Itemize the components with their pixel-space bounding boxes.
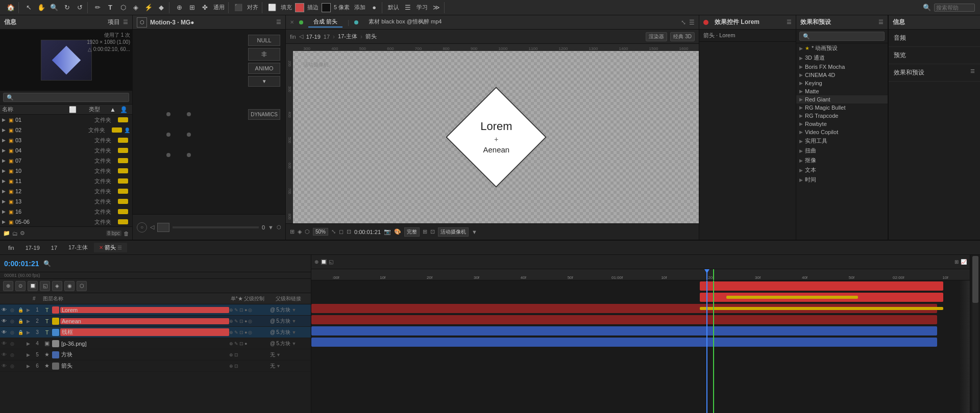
ctrl-icon[interactable]: ⊡ <box>239 330 243 335</box>
track-bar-3b[interactable] <box>700 307 943 310</box>
effects-search-input[interactable] <box>799 32 885 41</box>
list-item[interactable]: ▶ ▣ 05-06 文件夹 <box>0 217 132 226</box>
camera-select[interactable]: 活动摄像机 <box>438 227 469 237</box>
renderer-btn[interactable]: 渲染器 <box>646 32 667 41</box>
lc-switch5[interactable]: ◈ <box>52 281 62 291</box>
settings-icon[interactable]: ⚙ <box>20 230 25 237</box>
table-row[interactable]: 👁 ◎ 🔒 ▶ 2 T Aenean ⊕ ✎ ⊡ ● ◎ <box>0 316 311 327</box>
info-section-audio[interactable]: 音频 <box>889 30 980 47</box>
list-item[interactable]: ▶ ▣ 13 文件夹 <box>0 196 132 206</box>
nav-fin-label[interactable]: fin <box>290 34 296 40</box>
solo-icon[interactable]: ◎ <box>8 307 16 313</box>
home-btn[interactable]: 🏠 <box>5 2 16 13</box>
eye-icon[interactable]: 👁 <box>0 341 8 346</box>
effect-group-animation[interactable]: ▶ ★ * 动画预设 <box>796 43 888 53</box>
ctrl-icon[interactable]: ⊕ <box>229 330 233 335</box>
roto-btn[interactable]: ⚡ <box>143 2 154 13</box>
hand-btn[interactable]: ✋ <box>36 2 47 13</box>
quality-icon[interactable]: ⊞ <box>423 228 427 235</box>
col-extra-icon[interactable]: 👤 <box>120 106 130 113</box>
lock-icon[interactable]: 🔒 <box>16 307 24 313</box>
tab-close-icon[interactable]: ✕ <box>99 245 103 250</box>
ctrl-icon[interactable]: ⊡ <box>239 307 243 313</box>
rotate2-btn[interactable]: ↺ <box>74 2 85 13</box>
list-item[interactable]: ▶ ▣ 02 文件夹 👤 <box>0 125 132 135</box>
ctrl-icon[interactable]: ⊕ <box>229 307 233 313</box>
quality-select[interactable]: 完整 <box>404 227 420 237</box>
ctrl-icon[interactable]: ✎ <box>234 307 238 313</box>
angle-nav[interactable]: ◁ <box>150 224 154 230</box>
table-row[interactable]: 👁 ◎ 🔒 ▶ 3 T 线框 ⊕ ✎ ⊡ ● ◎ <box>0 327 311 338</box>
effect-group-matte[interactable]: ▶ Matte <box>796 87 888 95</box>
ctrl-icon[interactable]: ◎ <box>248 307 252 313</box>
graph-icon[interactable]: 📈 <box>961 259 967 265</box>
slider-thumb[interactable] <box>157 223 169 232</box>
nav-17-19[interactable]: 17-19 <box>306 34 321 40</box>
lc-switch2[interactable]: ⊙ <box>15 281 26 291</box>
ctrl-icon[interactable]: ⊡ <box>234 352 238 357</box>
new-folder-icon[interactable]: 🗂 <box>12 230 18 237</box>
menu-icon[interactable]: ☰ <box>689 19 695 26</box>
expand-arrow-icon[interactable]: ▶ <box>24 364 32 369</box>
timeline-ctrl2[interactable]: 🔲 <box>321 259 327 265</box>
list-item[interactable]: ▶ ▣ 04 文件夹 <box>0 145 132 156</box>
down-arrow-icon[interactable]: ▼ <box>268 224 274 230</box>
nav-arrow-left[interactable]: ◁ <box>299 33 303 40</box>
effect-group-keying[interactable]: ▶ Keying <box>796 79 888 87</box>
add-dot-btn[interactable]: ● <box>369 2 380 13</box>
effects-presets-menu-icon[interactable]: ☰ <box>878 19 884 25</box>
track-bar-1[interactable] <box>700 281 943 291</box>
table-row[interactable]: 👁 ◎ 🔒 ▶ 1 T Lorem ⊕ ✎ ⊡ ● ◎ <box>0 304 311 316</box>
select-btn[interactable]: ↖ <box>23 2 34 13</box>
vertical-scrollbar[interactable] <box>972 256 978 412</box>
cam-select-icon[interactable]: 📷 <box>384 228 391 235</box>
eye-icon[interactable]: 👁 <box>0 318 8 324</box>
cam3-btn[interactable]: ✤ <box>199 2 210 13</box>
effect-group-cinema4d[interactable]: ▶ CINEMA 4D <box>796 71 888 79</box>
tab-menu-icon[interactable]: ☰ <box>117 245 122 250</box>
ctrl-icon[interactable]: ✎ <box>234 330 238 335</box>
nav-17[interactable]: 17 <box>324 34 330 40</box>
ctrl-icon[interactable]: ⊕ <box>229 319 233 324</box>
solo-icon[interactable]: ◎ <box>8 319 16 324</box>
ctrl-icon[interactable]: ⊕ <box>229 364 233 369</box>
color-icon[interactable]: 🎨 <box>394 228 401 235</box>
trash-icon[interactable]: 🗑 <box>124 230 129 237</box>
track-bar-6[interactable] <box>311 338 937 347</box>
snap-icon[interactable]: ⬡ <box>277 224 281 230</box>
close-icon[interactable]: ✕ <box>290 19 294 25</box>
lock-icon[interactable]: 🔒 <box>16 330 24 335</box>
eye-icon[interactable]: 👁 <box>0 363 8 369</box>
expand-arrow-icon[interactable]: ▶ <box>24 319 32 324</box>
solo-icon[interactable]: ◎ <box>8 341 16 346</box>
effect-group-utility[interactable]: ▶ 实用工具 <box>796 136 888 146</box>
snap2-icon[interactable]: ⊡ <box>347 228 351 235</box>
puppet-btn[interactable]: ◆ <box>156 2 167 13</box>
comp-menu-icon[interactable]: ☰ <box>276 19 281 25</box>
align-btn[interactable]: ⬛ <box>233 2 244 13</box>
layer-name[interactable]: 方块 <box>60 351 229 358</box>
lc-switch1[interactable]: ⊕ <box>3 281 13 291</box>
list-item[interactable]: ▶ ▣ 01 文件夹 <box>0 115 132 125</box>
table-row[interactable]: 👁 ◎ ▶ 5 ★ 方块 ⊕ ⊡ 无 ▼ <box>0 349 311 360</box>
zoom-in-icon[interactable]: ⊞ <box>954 259 959 265</box>
solo-icon[interactable]: ◎ <box>8 330 16 335</box>
tab-arrow[interactable]: ✕ 箭头 ☰ <box>94 243 127 252</box>
nav-arrow-section[interactable]: 箭头 <box>365 33 377 40</box>
zoom-select[interactable]: 50% <box>313 228 328 236</box>
info-section-preview[interactable]: 预览 <box>889 47 980 64</box>
expand-arrow-icon[interactable]: ▶ <box>24 341 32 346</box>
fill-color-swatch[interactable] <box>295 3 304 12</box>
effect-group-keying2[interactable]: ▶ 抠像 <box>796 156 888 165</box>
col-sort-icon[interactable]: ▲ <box>110 106 120 113</box>
project-search-input[interactable] <box>3 93 129 102</box>
list-item[interactable]: ▶ ▣ 10 文件夹 <box>0 166 132 176</box>
view-icon[interactable]: ◈ <box>298 228 302 235</box>
ctrl-icon[interactable]: ◎ <box>248 330 252 335</box>
clone-btn[interactable]: ◈ <box>130 2 141 13</box>
chevron-right-icon[interactable]: ≫ <box>431 2 442 13</box>
text-btn[interactable]: T <box>105 2 116 13</box>
lock-icon[interactable]: 🔒 <box>16 319 24 324</box>
solo-icon[interactable]: ◎ <box>8 364 16 369</box>
effect-group-rg-trap[interactable]: ▶ RG Trapcode <box>796 112 888 120</box>
